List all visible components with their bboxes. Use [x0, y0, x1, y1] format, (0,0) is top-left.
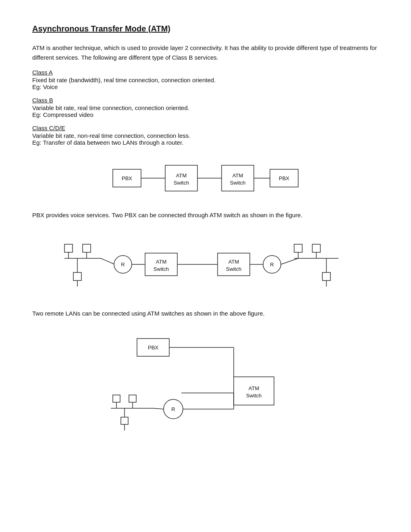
atm-switch-3-label-line1: ATM — [249, 385, 259, 391]
lan-left-pc-3 — [73, 272, 81, 281]
line-r-right-lan — [281, 258, 298, 264]
lan3-pc-1 — [113, 395, 120, 402]
lan-left-pc-2 — [83, 244, 91, 252]
line-lan-left-r — [101, 258, 115, 264]
pbx-label: PBX — [148, 345, 158, 351]
diagram-1: PBX ATM Switch ATM Switch PBX — [32, 158, 379, 198]
atm-switch-2-label-line2: Switch — [230, 180, 245, 186]
atm-switch-left-label-line2: Switch — [154, 266, 169, 272]
atm-switch-3-label-line2: Switch — [246, 393, 262, 399]
class-b-section: Class B Variable bit rate, real time con… — [32, 97, 379, 118]
diagram2-caption: PBX provides voice services. Two PBX can… — [32, 210, 379, 220]
router-left-label: R — [121, 262, 125, 268]
class-a-line2: Eg: Voice — [32, 83, 379, 90]
pbx-left-label: PBX — [122, 175, 132, 181]
diagram-3-svg: PBX ATM Switch R — [89, 330, 322, 435]
pbx-right-label: PBX — [279, 175, 289, 181]
lan3-pc-2 — [129, 395, 136, 402]
lan-right-pc-1 — [294, 244, 302, 252]
lan3-pc-3 — [121, 417, 128, 424]
diagram-2-svg: R ATM Switch ATM Switch R — [56, 232, 355, 297]
diagram-3: PBX ATM Switch R — [32, 330, 379, 435]
diagram3-caption: Two remote LANs can be connected using A… — [32, 309, 379, 318]
atm-switch-right-label-line2: Switch — [226, 266, 241, 272]
page-title: Asynchronous Transfer Mode (ATM) — [32, 24, 379, 33]
line-lan3-r — [153, 408, 164, 409]
lan-right-pc-3 — [322, 272, 330, 281]
class-cde-line2: Eg: Transfer of data between two LANs th… — [32, 139, 379, 146]
class-b-label: Class B — [32, 97, 379, 104]
class-cde-line1: Variable bit rate, non-real time connect… — [32, 132, 379, 139]
router-right-label: R — [270, 262, 274, 268]
class-cde-section: Class C/D/E Variable bit rate, non-real … — [32, 125, 379, 146]
class-a-line1: Fixed bit rate (bandwidth), real time co… — [32, 77, 379, 83]
diagram-1-svg: PBX ATM Switch ATM Switch PBX — [101, 158, 310, 198]
diagram-2: R ATM Switch ATM Switch R — [32, 232, 379, 297]
lan-left-pc-1 — [64, 244, 73, 252]
intro-paragraph: ATM is another technique, which is used … — [32, 43, 379, 62]
atm-switch-left-label-line1: ATM — [156, 259, 166, 265]
class-b-line1: Variable bit rate, real time connection,… — [32, 104, 379, 111]
class-a-section: Class A Fixed bit rate (bandwidth), real… — [32, 69, 379, 90]
atm-switch-1-label-line2: Switch — [174, 180, 189, 186]
class-b-line2: Eg: Compressed video — [32, 111, 379, 118]
class-cde-label: Class C/D/E — [32, 125, 379, 131]
atm-switch-right-label-line1: ATM — [228, 259, 239, 265]
atm-switch-2-label-line1: ATM — [232, 172, 243, 179]
class-a-label: Class A — [32, 69, 379, 76]
router-3-label: R — [171, 406, 175, 412]
lan-right-pc-2 — [312, 244, 320, 252]
atm-switch-1-label-line1: ATM — [176, 172, 187, 179]
